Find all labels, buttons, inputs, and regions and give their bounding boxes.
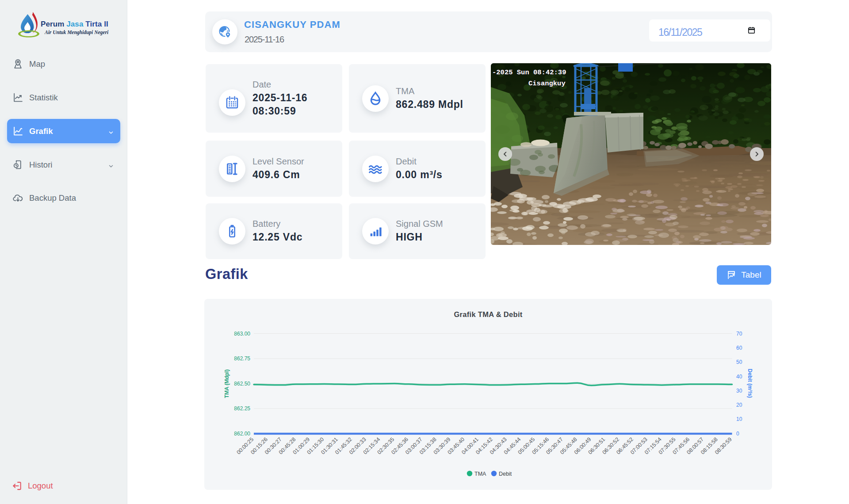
svg-text:862.25: 862.25 [234,405,250,412]
svg-text:TMA: TMA [474,471,486,477]
svg-text:Debit (m³/s): Debit (m³/s) [747,369,753,398]
svg-text:863.00: 863.00 [234,331,250,337]
svg-text:20: 20 [736,402,742,408]
svg-text:862.50: 862.50 [234,381,250,387]
svg-text:862.00: 862.00 [234,431,250,437]
svg-text:40: 40 [736,374,742,380]
svg-text:30: 30 [736,388,742,394]
svg-text:60: 60 [736,345,742,351]
svg-text:862.75: 862.75 [234,355,250,362]
svg-text:50: 50 [736,359,742,365]
svg-text:TMA (Mdpl): TMA (Mdpl) [224,370,230,398]
svg-text:10: 10 [736,416,742,422]
svg-text:0: 0 [736,431,739,437]
svg-text:Grafik TMA & Debit: Grafik TMA & Debit [454,310,522,318]
svg-text:Debit: Debit [499,471,512,477]
svg-text:70: 70 [736,331,742,337]
